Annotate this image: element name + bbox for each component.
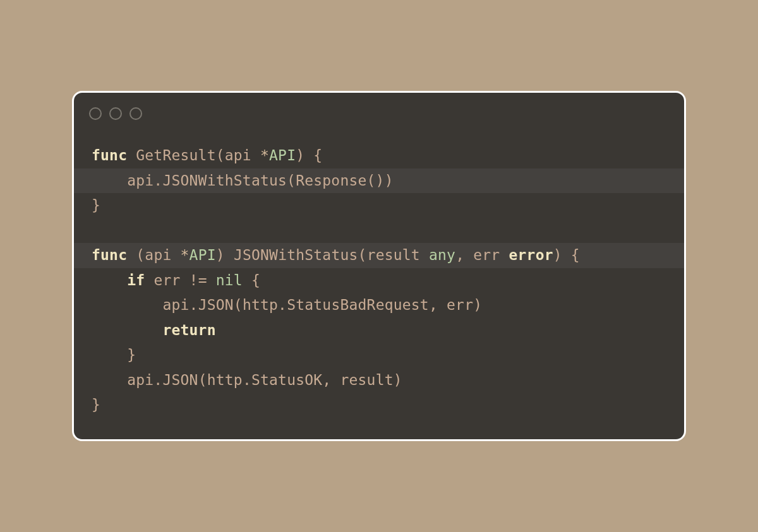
keyword-return: return xyxy=(162,322,215,338)
keyword-func: func xyxy=(92,247,127,263)
titlebar xyxy=(74,93,684,134)
maximize-icon[interactable] xyxy=(129,107,142,120)
close-icon[interactable] xyxy=(89,107,102,120)
code-line-highlighted: func (api *API) JSONWithStatus(result an… xyxy=(74,243,684,268)
param-name: api xyxy=(225,147,251,163)
code-line-blank xyxy=(74,218,684,244)
code-editor[interactable]: func GetResult(api *API) { api.JSONWithS… xyxy=(74,134,684,439)
minimize-icon[interactable] xyxy=(109,107,122,120)
code-line: func GetResult(api *API) { xyxy=(74,143,684,168)
code-line-highlighted: api.JSONWithStatus(Response()) xyxy=(74,168,684,194)
code-line: if err != nil { xyxy=(74,268,684,293)
code-line: } xyxy=(74,193,684,218)
code-line: } xyxy=(74,343,684,368)
code-line: } xyxy=(74,393,684,418)
keyword-func: func xyxy=(92,147,127,163)
literal-nil: nil xyxy=(216,272,243,288)
type-name: API xyxy=(269,147,296,163)
code-line: api.JSON(http.StatusOK, result) xyxy=(74,368,684,393)
function-name: GetResult xyxy=(136,147,215,163)
keyword-if: if xyxy=(127,272,145,288)
code-line: api.JSON(http.StatusBadRequest, err) xyxy=(74,293,684,318)
editor-window: func GetResult(api *API) { api.JSONWithS… xyxy=(72,91,686,441)
code-line: return xyxy=(74,318,684,343)
